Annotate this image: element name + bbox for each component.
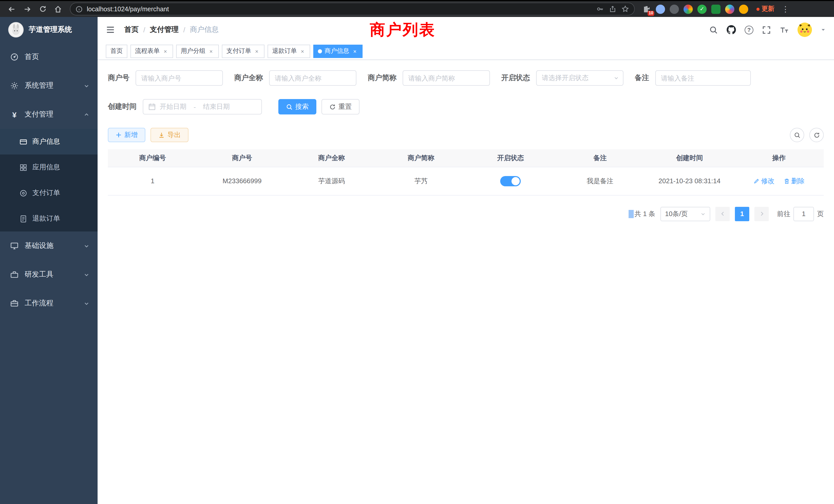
fullscreen-icon[interactable]	[762, 25, 771, 34]
extension-icon[interactable]	[725, 4, 734, 14]
remark-input[interactable]	[655, 70, 751, 86]
extensions-puzzle-icon[interactable]: 10	[642, 4, 651, 14]
cell-merchant-no: M233666999	[197, 167, 287, 195]
active-dot-icon	[318, 49, 322, 53]
reload-icon[interactable]	[36, 2, 49, 16]
next-page-button[interactable]	[754, 207, 769, 221]
reset-button[interactable]: 重置	[322, 99, 359, 114]
export-button-label: 导出	[168, 130, 181, 140]
cell-created-at: 2021-10-23 08:31:14	[645, 167, 734, 195]
tags-view-bar: 首页 流程表单 × 用户分组 × 支付订单 × 退款订单 ×	[97, 43, 834, 60]
font-size-icon[interactable]	[780, 25, 789, 34]
dashboard-icon	[10, 53, 19, 61]
tab-close-icon[interactable]: ×	[352, 48, 358, 54]
prev-page-button[interactable]	[716, 207, 730, 221]
goto-page-input[interactable]	[793, 207, 814, 221]
extension-icon[interactable]	[711, 4, 721, 14]
export-button[interactable]: 导出	[151, 128, 189, 142]
github-icon[interactable]	[727, 25, 736, 35]
sidebar-item-merchant-info[interactable]: 商户信息	[0, 129, 97, 155]
extension-icon[interactable]	[670, 4, 679, 14]
status-select[interactable]: 请选择开启状态	[536, 70, 623, 86]
chevron-up-icon	[84, 112, 89, 117]
tab-close-icon[interactable]: ×	[254, 48, 260, 54]
tab-label: 用户分组	[181, 47, 205, 55]
tab-close-icon[interactable]: ×	[162, 48, 169, 54]
chrome-menu-icon[interactable]: ⋮	[782, 4, 789, 14]
user-avatar[interactable]	[797, 23, 812, 37]
sidebar-item-payment[interactable]: ¥ 支付管理	[0, 100, 97, 129]
tab-pay-order[interactable]: 支付订单 ×	[222, 44, 264, 58]
share-icon[interactable]	[609, 5, 616, 13]
extension-badge: 10	[648, 10, 654, 16]
tab-user-group[interactable]: 用户分组 ×	[176, 44, 219, 58]
delete-link[interactable]: 删除	[784, 176, 805, 186]
sidebar-item-workflow[interactable]: 工作流程	[0, 289, 97, 318]
bookmark-star-icon[interactable]	[621, 5, 629, 13]
site-info-icon[interactable]	[75, 5, 83, 13]
extension-icon[interactable]	[656, 4, 665, 14]
cell-full-name: 芋道源码	[287, 167, 376, 195]
field-label: 商户号	[108, 73, 129, 83]
address-bar[interactable]: localhost:1024/pay/merchant	[70, 3, 635, 16]
payment-submenu: 商户信息 应用信息 支付订单	[0, 129, 97, 231]
column-header: 开启状态	[466, 150, 555, 167]
search-button[interactable]: 搜索	[278, 99, 316, 114]
grid-icon	[20, 163, 27, 171]
column-header: 操作	[734, 150, 824, 167]
toggle-search-icon[interactable]	[790, 128, 804, 142]
tab-home[interactable]: 首页	[106, 44, 127, 58]
profile-avatar-icon[interactable]	[739, 4, 748, 14]
calendar-icon	[148, 103, 156, 110]
tab-refund-order[interactable]: 退款订单 ×	[267, 44, 310, 58]
merchant-fullname-input[interactable]	[269, 70, 356, 86]
extension-icon[interactable]: ✓	[697, 4, 707, 14]
extension-icon[interactable]	[683, 4, 693, 14]
delete-link-label: 删除	[791, 176, 805, 186]
column-header: 备注	[555, 150, 645, 167]
back-icon[interactable]	[5, 2, 19, 16]
sidebar-item-home[interactable]: 首页	[0, 43, 97, 71]
column-header: 创建时间	[645, 150, 734, 167]
refresh-icon[interactable]	[809, 128, 824, 142]
url-text: localhost:1024/pay/merchant	[87, 5, 592, 13]
cell-remark: 我是备注	[555, 167, 645, 195]
sidebar-toggle-icon[interactable]	[106, 25, 115, 35]
home-icon[interactable]	[51, 2, 65, 16]
sidebar-item-refund-order[interactable]: 退款订单	[0, 206, 97, 231]
search-icon[interactable]	[709, 25, 718, 34]
app-logo[interactable]: 芋道管理系统	[0, 17, 97, 43]
page-annotation: 商户列表	[370, 20, 436, 41]
sidebar-item-infra[interactable]: 基础设施	[0, 231, 97, 260]
tab-close-icon[interactable]: ×	[208, 48, 214, 54]
sidebar-item-app-info[interactable]: 应用信息	[0, 155, 97, 180]
add-button[interactable]: 新增	[108, 128, 145, 142]
merchant-shortname-input[interactable]	[403, 70, 490, 86]
tab-label: 商户信息	[325, 47, 349, 55]
tab-close-icon[interactable]: ×	[300, 48, 306, 54]
password-key-icon[interactable]	[596, 5, 604, 13]
merchant-no-input[interactable]	[136, 70, 223, 86]
forward-icon[interactable]	[21, 2, 34, 16]
sidebar-item-system[interactable]: 系统管理	[0, 71, 97, 100]
chrome-update-button[interactable]: 更新	[756, 5, 774, 13]
select-placeholder: 请选择开启状态	[542, 73, 589, 83]
help-icon[interactable]: ?	[745, 25, 753, 34]
date-range-picker[interactable]: 开始日期 - 结束日期	[143, 99, 262, 114]
tab-process-form[interactable]: 流程表单 ×	[130, 44, 173, 58]
page-number-button[interactable]: 1	[735, 207, 749, 221]
tab-merchant-info[interactable]: 商户信息 ×	[313, 44, 363, 58]
sidebar-item-pay-order[interactable]: 支付订单	[0, 180, 97, 206]
edit-link[interactable]: 修改	[753, 176, 774, 186]
page-size-select[interactable]: 10条/页	[660, 207, 710, 221]
status-toggle[interactable]	[500, 176, 521, 186]
pagination-total: 共 1 条	[628, 209, 655, 219]
breadcrumb-home[interactable]: 首页	[124, 25, 139, 35]
field-label: 开启状态	[501, 73, 530, 83]
chevron-down-icon	[84, 83, 89, 89]
tab-label: 支付订单	[226, 47, 251, 55]
sidebar-item-devtools[interactable]: 研发工具	[0, 260, 97, 289]
breadcrumb: 首页 / 支付管理 / 商户信息	[124, 25, 219, 35]
breadcrumb-payment[interactable]: 支付管理	[150, 25, 179, 35]
avatar-caret-icon[interactable]	[821, 27, 826, 32]
